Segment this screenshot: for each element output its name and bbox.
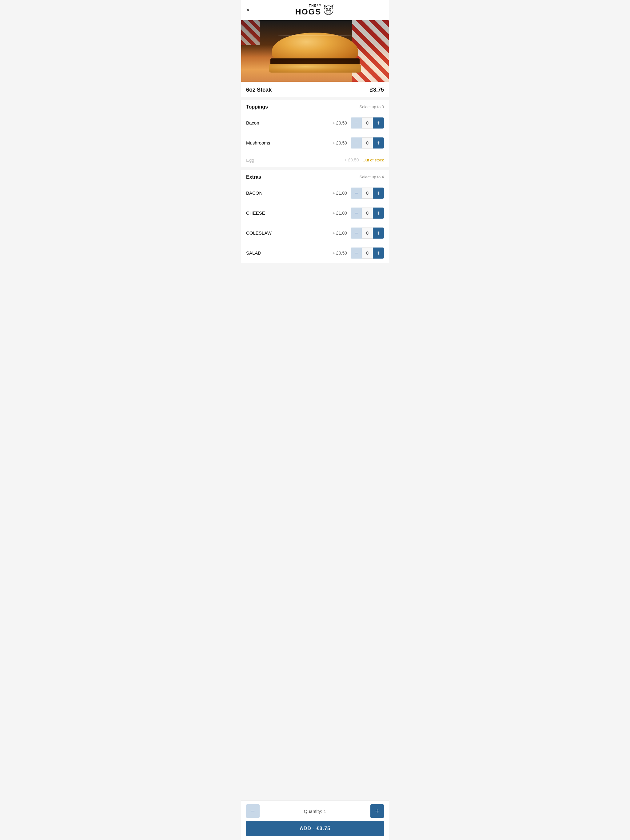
svg-point-9 <box>329 12 330 13</box>
header: × THETM HOGS <box>241 0 389 20</box>
topping-row-egg: Egg + £0.50 Out of stock <box>246 153 384 167</box>
extra-label-salad: SALAD <box>246 250 332 256</box>
logo: THETM HOGS <box>295 4 335 16</box>
topping-price-egg: + £0.50 <box>345 158 359 163</box>
extra-price-cheese: + £1.00 <box>332 211 347 216</box>
svg-point-6 <box>330 9 331 10</box>
product-title-row: 6oz Steak £3.75 <box>241 82 389 97</box>
svg-point-8 <box>328 12 329 13</box>
extras-limit: Select up to 4 <box>359 175 384 179</box>
quantity-value: 1 <box>324 808 326 814</box>
extras-section: Extras Select up to 4 BACON + £1.00 − 0 … <box>241 170 389 263</box>
svg-point-7 <box>327 11 330 13</box>
topping-qty-bacon: − 0 + <box>351 117 384 128</box>
extra-plus-bacon[interactable]: + <box>373 188 384 199</box>
extra-qty-bacon: − 0 + <box>351 188 384 199</box>
add-to-order-button[interactable]: ADD - £3.75 <box>246 821 384 836</box>
topping-qty-display-bacon: 0 <box>362 117 373 128</box>
bottom-bar: − Quantity: 1 + ADD - £3.75 <box>241 801 389 840</box>
extra-row-bacon: BACON + £1.00 − 0 + <box>246 183 384 203</box>
extra-minus-salad[interactable]: − <box>351 248 362 259</box>
extra-qty-display-bacon: 0 <box>362 188 373 199</box>
topping-plus-mushrooms[interactable]: + <box>373 137 384 148</box>
extra-plus-cheese[interactable]: + <box>373 208 384 219</box>
close-button[interactable]: × <box>246 7 250 13</box>
extra-minus-bacon[interactable]: − <box>351 188 362 199</box>
toppings-section: Toppings Select up to 3 Bacon + £0.50 − … <box>241 100 389 167</box>
extra-row-salad: SALAD + £0.50 − 0 + <box>246 243 384 263</box>
quantity-row: − Quantity: 1 + <box>246 804 384 818</box>
extra-plus-salad[interactable]: + <box>373 248 384 259</box>
extra-label-coleslaw: COLESLAW <box>246 230 332 235</box>
toppings-header: Toppings Select up to 3 <box>246 100 384 113</box>
extra-row-cheese: CHEESE + £1.00 − 0 + <box>246 203 384 223</box>
product-name: 6oz Steak <box>246 87 272 93</box>
toppings-limit: Select up to 3 <box>359 104 384 109</box>
topping-minus-mushrooms[interactable]: − <box>351 137 362 148</box>
extra-minus-coleslaw[interactable]: − <box>351 227 362 238</box>
topping-row-mushrooms: Mushrooms + £0.50 − 0 + <box>246 133 384 153</box>
svg-point-5 <box>327 9 327 10</box>
topping-row-bacon: Bacon + £0.50 − 0 + <box>246 113 384 133</box>
topping-qty-mushrooms: − 0 + <box>351 137 384 148</box>
extra-minus-cheese[interactable]: − <box>351 208 362 219</box>
extra-qty-salad: − 0 + <box>351 248 384 259</box>
logo-text: THETM HOGS <box>295 4 321 16</box>
topping-plus-bacon[interactable]: + <box>373 117 384 128</box>
product-image <box>241 20 389 82</box>
extra-price-bacon: + £1.00 <box>332 191 347 196</box>
extras-header: Extras Select up to 4 <box>246 170 384 183</box>
extra-label-cheese: CHEESE <box>246 210 332 216</box>
topping-price-mushrooms: + £0.50 <box>332 141 347 145</box>
topping-label-bacon: Bacon <box>246 120 332 125</box>
quantity-label: Quantity: 1 <box>260 808 370 814</box>
svg-marker-2 <box>331 5 333 7</box>
quantity-plus-button[interactable]: + <box>370 804 384 818</box>
topping-price-bacon: + £0.50 <box>332 120 347 125</box>
extra-qty-display-salad: 0 <box>362 248 373 259</box>
topping-out-of-stock-egg: Out of stock <box>362 158 384 163</box>
extra-plus-coleslaw[interactable]: + <box>373 227 384 238</box>
extra-qty-display-coleslaw: 0 <box>362 227 373 238</box>
topping-minus-bacon[interactable]: − <box>351 117 362 128</box>
extra-price-salad: + £0.50 <box>332 251 347 256</box>
extra-label-bacon: BACON <box>246 190 332 196</box>
bun-bottom-visual <box>269 64 361 73</box>
toppings-title: Toppings <box>246 104 268 110</box>
pig-icon <box>322 4 335 16</box>
cloth-decoration-left <box>241 20 260 45</box>
extra-qty-display-cheese: 0 <box>362 208 373 219</box>
extras-title: Extras <box>246 174 261 180</box>
extra-qty-cheese: − 0 + <box>351 208 384 219</box>
svg-marker-1 <box>324 5 327 7</box>
extra-row-coleslaw: COLESLAW + £1.00 − 0 + <box>246 223 384 243</box>
product-price: £3.75 <box>370 87 384 93</box>
topping-label-egg: Egg <box>246 158 345 163</box>
topping-label-mushrooms: Mushrooms <box>246 140 332 145</box>
topping-qty-display-mushrooms: 0 <box>362 137 373 148</box>
quantity-minus-button[interactable]: − <box>246 804 260 818</box>
extra-price-coleslaw: + £1.00 <box>332 231 347 235</box>
extra-qty-coleslaw: − 0 + <box>351 227 384 238</box>
